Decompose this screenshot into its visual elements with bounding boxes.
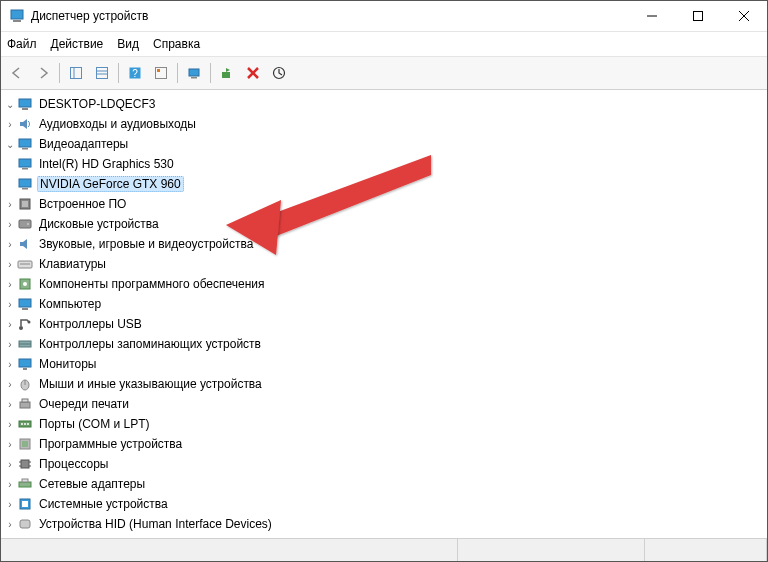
tree-category[interactable]: ›Мыши и иные указывающие устройства <box>3 374 765 394</box>
properties-button[interactable] <box>90 61 114 85</box>
expand-arrow-icon[interactable]: › <box>3 339 17 350</box>
expand-arrow-icon[interactable]: › <box>3 439 17 450</box>
expand-arrow-icon[interactable]: › <box>3 379 17 390</box>
expand-arrow-icon[interactable]: › <box>3 239 17 250</box>
maximize-button[interactable] <box>675 1 721 31</box>
tree-category[interactable]: ›Клавиатуры <box>3 254 765 274</box>
expand-arrow-icon[interactable]: › <box>3 499 17 510</box>
tree-category[interactable]: ›Аудиовходы и аудиовыходы <box>3 114 765 134</box>
tree-category[interactable]: ›Системные устройства <box>3 494 765 514</box>
display-icon <box>17 156 33 172</box>
update-driver-button[interactable] <box>267 61 291 85</box>
expand-arrow-icon[interactable]: › <box>3 259 17 270</box>
tree-category-label: Компьютер <box>37 297 103 311</box>
svg-rect-61 <box>22 479 28 482</box>
svg-rect-26 <box>22 168 28 170</box>
svg-point-36 <box>23 282 27 286</box>
menubar: Файл Действие Вид Справка <box>1 32 767 57</box>
tree-category-label: Системные устройства <box>37 497 170 511</box>
tree-category-label: Программные устройства <box>37 437 184 451</box>
tree-category[interactable]: ›Звуковые, игровые и видеоустройства <box>3 234 765 254</box>
tree-category[interactable]: ›Дисковые устройства <box>3 214 765 234</box>
tree-category[interactable]: ›Контроллеры USB <box>3 314 765 334</box>
firmware-icon <box>17 196 33 212</box>
menu-action[interactable]: Действие <box>51 37 104 51</box>
expand-arrow-icon[interactable]: › <box>3 199 17 210</box>
svg-rect-55 <box>21 460 29 468</box>
minimize-button[interactable] <box>629 1 675 31</box>
svg-point-32 <box>27 223 29 225</box>
expand-arrow-icon[interactable]: › <box>3 219 17 230</box>
close-button[interactable] <box>721 1 767 31</box>
disk-icon <box>17 216 33 232</box>
expand-arrow-icon[interactable]: › <box>3 459 17 470</box>
svg-rect-8 <box>97 68 108 79</box>
tree-category[interactable]: ›Сетевые адаптеры <box>3 474 765 494</box>
help-button[interactable]: ? <box>123 61 147 85</box>
sound-icon <box>17 236 33 252</box>
expand-arrow-icon[interactable]: › <box>3 399 17 410</box>
svg-rect-38 <box>22 308 28 310</box>
svg-text:?: ? <box>132 68 138 79</box>
expand-arrow-icon[interactable]: › <box>3 319 17 330</box>
tree-category-label: Встроенное ПО <box>37 197 128 211</box>
svg-rect-30 <box>22 201 28 207</box>
svg-rect-63 <box>22 501 28 507</box>
tree-device-label: Intel(R) HD Graphics 530 <box>37 157 176 171</box>
softdev-icon <box>17 436 33 452</box>
svg-rect-22 <box>22 108 28 110</box>
back-button[interactable] <box>5 61 29 85</box>
system-icon <box>17 496 33 512</box>
tree-device[interactable]: ›Intel(R) HD Graphics 530 <box>3 154 765 174</box>
tree-category[interactable]: ›Мониторы <box>3 354 765 374</box>
svg-rect-1 <box>13 20 21 22</box>
expand-arrow-icon[interactable]: › <box>3 419 17 430</box>
enable-button[interactable] <box>215 61 239 85</box>
scan-hardware-button[interactable] <box>182 61 206 85</box>
device-tree[interactable]: ⌄DESKTOP-LDQECF3›Аудиовходы и аудиовыход… <box>1 90 767 538</box>
tree-root-node[interactable]: ⌄DESKTOP-LDQECF3 <box>3 94 765 114</box>
menu-help[interactable]: Справка <box>153 37 200 51</box>
tree-root-label: DESKTOP-LDQECF3 <box>37 97 157 111</box>
svg-rect-23 <box>19 139 31 147</box>
svg-point-50 <box>21 423 23 425</box>
tree-category[interactable]: ›Очереди печати <box>3 394 765 414</box>
tree-device[interactable]: ›NVIDIA GeForce GTX 960 <box>3 174 765 194</box>
tree-category-label: Порты (COM и LPT) <box>37 417 152 431</box>
tree-category[interactable]: ›Компьютер <box>3 294 765 314</box>
collapse-arrow-icon[interactable]: ⌄ <box>3 139 17 150</box>
expand-arrow-icon[interactable]: › <box>3 279 17 290</box>
expand-arrow-icon[interactable]: › <box>3 359 17 370</box>
tree-device-label: NVIDIA GeForce GTX 960 <box>37 176 184 192</box>
forward-button[interactable] <box>31 61 55 85</box>
menu-file[interactable]: Файл <box>7 37 37 51</box>
uninstall-button[interactable] <box>241 61 265 85</box>
tree-category[interactable]: ›Порты (COM и LPT) <box>3 414 765 434</box>
tree-category[interactable]: ›Встроенное ПО <box>3 194 765 214</box>
tree-category[interactable]: ›Компоненты программного обеспечения <box>3 274 765 294</box>
show-hide-tree-button[interactable] <box>64 61 88 85</box>
tree-category[interactable]: ›Контроллеры запоминающих устройств <box>3 334 765 354</box>
expand-arrow-icon[interactable]: ⌄ <box>3 99 17 110</box>
tree-category-label: Очереди печати <box>37 397 131 411</box>
tree-category[interactable]: ›Устройства HID (Human Interface Devices… <box>3 514 765 534</box>
tree-category-label: Контроллеры запоминающих устройств <box>37 337 263 351</box>
expand-arrow-icon[interactable]: › <box>3 299 17 310</box>
tree-category[interactable]: ›Программные устройства <box>3 434 765 454</box>
expand-arrow-icon[interactable]: › <box>3 119 17 130</box>
menu-view[interactable]: Вид <box>117 37 139 51</box>
svg-rect-37 <box>19 299 31 307</box>
tree-category-label: Мониторы <box>37 357 98 371</box>
expand-arrow-icon[interactable]: › <box>3 519 17 530</box>
tree-category[interactable]: ›Процессоры <box>3 454 765 474</box>
svg-rect-31 <box>19 220 31 228</box>
toolbar-separator <box>118 63 119 83</box>
cpu-icon <box>17 456 33 472</box>
svg-rect-14 <box>157 69 160 72</box>
svg-rect-15 <box>189 69 199 76</box>
statusbar <box>1 538 767 561</box>
svg-rect-24 <box>22 148 28 150</box>
expand-arrow-icon[interactable]: › <box>3 479 17 490</box>
action-button[interactable] <box>149 61 173 85</box>
tree-category[interactable]: ⌄Видеоадаптеры <box>3 134 765 154</box>
